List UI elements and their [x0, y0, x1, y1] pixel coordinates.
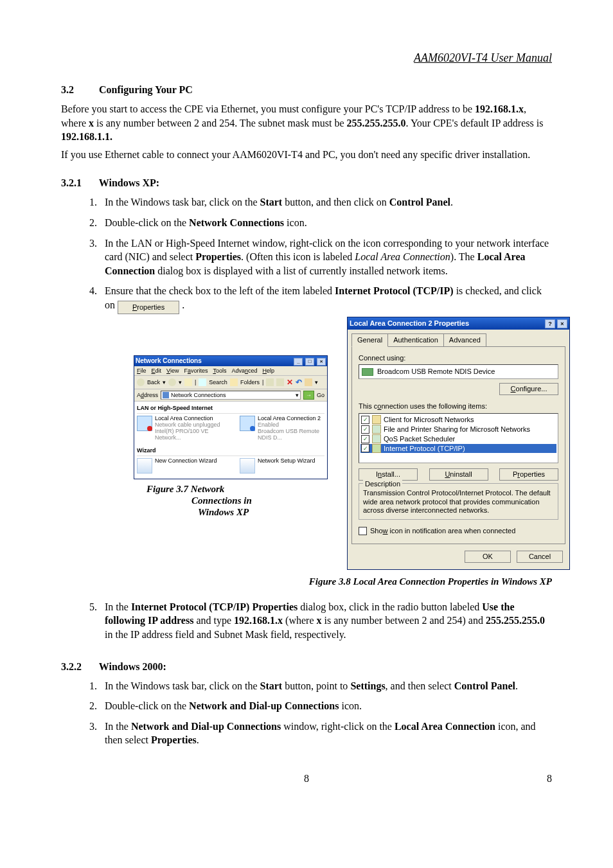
new-connection-wizard[interactable]: New Connection Wizard: [137, 458, 220, 474]
xp-step-2: Double-click on the Network Connections …: [100, 216, 552, 230]
menubar: File Edit View Favorites Tools Advanced …: [134, 366, 327, 376]
minimize-icon[interactable]: _: [294, 358, 303, 366]
xp-step-1: In the Windows task bar, click on the St…: [100, 195, 552, 209]
w2k-step-3: In the Network and Dial-up Connections w…: [100, 720, 552, 747]
properties-button[interactable]: Properties: [499, 468, 558, 481]
dialog-titlebar: Local Area Connection 2 Properties ? ×: [348, 317, 569, 330]
description-label: Description: [363, 479, 402, 489]
local-area-connection-2[interactable]: Local Area Connection 2 Enabled Broadcom…: [240, 416, 323, 441]
back-label: Back: [147, 378, 160, 386]
client-icon: [372, 415, 381, 424]
connect-using-label: Connect using:: [359, 353, 558, 363]
properties-button-inline[interactable]: Properties: [118, 301, 179, 314]
checkbox-icon[interactable]: ✓: [361, 444, 369, 452]
delete-icon[interactable]: ✕: [287, 377, 293, 387]
connection-device: Broadcom USB Remote NDIS D...: [258, 429, 323, 441]
service-icon: [372, 434, 381, 443]
menu-file[interactable]: File: [137, 367, 147, 375]
network-connections-window: Network Connections _ □ × File Edit View: [134, 355, 328, 479]
items-listbox[interactable]: ✓ Client for Microsoft Networks ✓ File a…: [359, 413, 558, 463]
description-text: Transmission Control Protocol/Internet P…: [363, 489, 554, 515]
back-icon[interactable]: [137, 378, 145, 386]
doc-header: AAM6020VI-T4 User Manual: [61, 51, 552, 65]
item-label: Client for Microsoft Networks: [384, 415, 474, 425]
list-item-selected[interactable]: ✓ Internet Protocol (TCP/IP): [360, 444, 556, 454]
show-icon-row[interactable]: Show icon in notification area when conn…: [359, 526, 558, 536]
tab-authentication[interactable]: Authentication: [387, 333, 444, 347]
copy-icon[interactable]: [276, 378, 284, 386]
group-wizard: Wizard: [137, 447, 324, 454]
service-icon: [372, 425, 381, 434]
device-box: Broadcom USB Remote NDIS Device: [359, 364, 558, 379]
menu-help[interactable]: Help: [263, 367, 275, 375]
description-groupbox: Description Transmission Control Protoco…: [359, 483, 558, 520]
close-icon[interactable]: ×: [557, 319, 567, 328]
close-icon[interactable]: ×: [317, 358, 326, 366]
list-item[interactable]: ✓ File and Printer Sharing for Microsoft…: [360, 425, 556, 434]
section-3-2-header: 3.2 Configuring Your PC: [61, 84, 552, 96]
connection-device: Intel(R) PRO/100 VE Network...: [155, 429, 220, 441]
menu-tools[interactable]: Tools: [213, 367, 226, 375]
section-number: 3.2: [61, 84, 96, 96]
uninstall-button[interactable]: Uninstall: [429, 468, 488, 481]
protocol-icon: [372, 444, 381, 453]
tab-general[interactable]: General: [351, 333, 388, 347]
address-input[interactable]: Network Connections ▾: [161, 391, 301, 400]
search-icon[interactable]: [199, 378, 206, 386]
page-footer: 8 8: [61, 754, 552, 784]
xp-step-4: Ensure that the check box to the left of…: [100, 284, 552, 569]
tab-advanced[interactable]: Advanced: [443, 333, 486, 347]
network-icon: [137, 416, 152, 431]
menu-favorites[interactable]: Favorites: [184, 367, 208, 375]
local-area-connection-properties-dialog: Local Area Connection 2 Properties ? × G…: [347, 317, 570, 570]
go-button[interactable]: →: [303, 391, 314, 400]
menu-edit[interactable]: Edit: [152, 367, 162, 375]
forward-icon[interactable]: [168, 378, 176, 386]
chevron-down-icon[interactable]: ▾: [296, 391, 299, 399]
window-title: Network Connections: [136, 357, 202, 366]
help-icon[interactable]: ?: [545, 319, 555, 328]
address-bar: Address Network Connections ▾ → Go: [134, 389, 327, 402]
section-number: 3.2.1: [61, 177, 96, 189]
undo-icon[interactable]: ↶: [296, 377, 302, 387]
w2k-steps: In the Windows task bar, click on the St…: [87, 679, 552, 747]
checkbox-icon[interactable]: ✓: [361, 435, 369, 443]
search-label: Search: [209, 378, 227, 386]
configure-button[interactable]: Configure...: [499, 383, 558, 395]
wizard-icon: [137, 458, 152, 474]
list-item[interactable]: ✓ Client for Microsoft Networks: [360, 415, 556, 425]
item-label: QoS Packet Scheduler: [384, 434, 455, 444]
show-icon-label: Show icon in notification area when conn…: [370, 526, 515, 536]
list-item[interactable]: ✓ QoS Packet Scheduler: [360, 434, 556, 444]
toolbar: Back ▾ ▾ | Search Folders |: [134, 376, 327, 389]
figure-3-7-caption: Figure 3.7 Network Connections in Window…: [134, 483, 328, 518]
network-icon: [240, 416, 255, 431]
ok-button[interactable]: OK: [465, 551, 511, 563]
page-number-right: 8: [547, 773, 552, 784]
section-number: 3.2.2: [61, 661, 96, 673]
checkbox-icon[interactable]: ✓: [361, 425, 369, 434]
w2k-step-1: In the Windows task bar, click on the St…: [100, 679, 552, 693]
menu-advanced[interactable]: Advanced: [231, 367, 257, 375]
section-3-2-2-header: 3.2.2 Windows 2000:: [61, 661, 552, 673]
wizard-label: Network Setup Wizard: [258, 458, 315, 474]
cancel-button[interactable]: Cancel: [517, 551, 563, 563]
intro-paragraph-2: If you use Ethernet cable to connect you…: [61, 148, 552, 162]
local-area-connection-1[interactable]: Local Area Connection Network cable unpl…: [137, 416, 220, 441]
section-title: Configuring Your PC: [99, 84, 193, 95]
folders-icon[interactable]: [230, 378, 238, 386]
up-icon[interactable]: [184, 378, 192, 386]
move-icon[interactable]: [266, 378, 274, 386]
figure-3-8-caption: Figure 3.8 Local Area Connection Propert…: [61, 576, 552, 587]
device-name: Broadcom USB Remote NDIS Device: [377, 367, 495, 376]
views-icon[interactable]: [305, 378, 312, 386]
maximize-icon[interactable]: □: [305, 358, 314, 366]
network-setup-wizard[interactable]: Network Setup Wizard: [240, 458, 323, 474]
section-title: Windows 2000:: [99, 661, 166, 672]
dialog-title: Local Area Connection 2 Properties: [350, 319, 469, 328]
checkbox-icon[interactable]: [359, 527, 367, 535]
xp-step-5: In the Internet Protocol (TCP/IP) Proper…: [100, 600, 552, 642]
checkbox-icon[interactable]: ✓: [361, 416, 369, 424]
menu-view[interactable]: View: [166, 367, 179, 375]
section-3-2-1-header: 3.2.1 Windows XP:: [61, 177, 552, 189]
